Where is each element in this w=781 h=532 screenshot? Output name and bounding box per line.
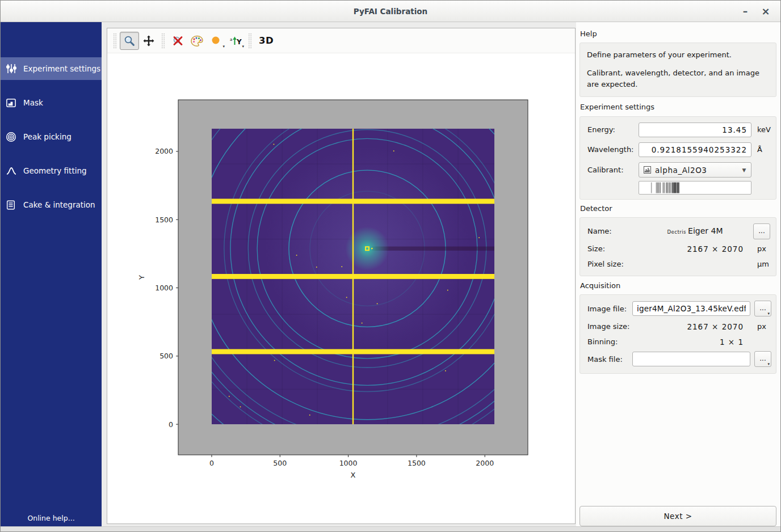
palette-icon xyxy=(190,35,204,47)
detector-model: Eiger 4M xyxy=(688,226,723,235)
clear-zoom-button[interactable] xyxy=(168,32,187,50)
close-button[interactable]: × xyxy=(755,1,776,22)
detector-brand: Dectris xyxy=(667,229,686,235)
browse-label: ... xyxy=(759,304,766,312)
pan-tool-button[interactable] xyxy=(139,32,158,50)
help-line2: Calibrant, wavelength, detector, and an … xyxy=(587,67,770,90)
sidebar-item-mask[interactable]: Mask xyxy=(1,91,102,114)
svg-text:X: X xyxy=(351,471,356,479)
image-file-browse-button[interactable]: ... ▾ xyxy=(754,301,771,316)
acquisition-box: Image file: ... ▾ Image size: 2167 × 207… xyxy=(580,294,776,374)
y-axis-arrow-icon: a Y xyxy=(229,35,242,47)
energy-label: Energy: xyxy=(587,125,615,134)
svg-text:500: 500 xyxy=(159,352,173,360)
svg-text:Y: Y xyxy=(137,275,146,280)
sidebar: Experiment settings Mask Peak picking Ge… xyxy=(1,22,102,526)
calibrant-dropdown[interactable]: alpha_Al2O3 ▼ xyxy=(639,162,751,178)
image-size-unit: px xyxy=(757,322,766,331)
help-heading: Help xyxy=(580,29,597,38)
calibrant-label: Calibrant: xyxy=(587,166,624,174)
3d-label: 3D xyxy=(259,35,274,46)
mask-file-label: Mask file: xyxy=(587,355,623,364)
dropdown-caret-icon: ▼ xyxy=(742,167,746,173)
concentric-rings-icon xyxy=(6,131,18,142)
svg-text:1500: 1500 xyxy=(155,216,173,224)
detector-select-button[interactable]: ... xyxy=(753,223,770,239)
sidebar-item-label: Mask xyxy=(23,98,43,107)
help-box: Define parameters of your experiment. Ca… xyxy=(580,43,776,97)
binning-label: Binning: xyxy=(587,337,618,346)
image-file-input[interactable] xyxy=(632,301,750,316)
detector-size-unit: px xyxy=(757,244,766,253)
detector-name-label: Name: xyxy=(587,227,612,235)
pan-arrows-icon xyxy=(142,35,155,47)
image-size-value: 2167 × 2070 xyxy=(687,322,744,331)
dropdown-caret-icon: ▾ xyxy=(767,362,770,366)
svg-text:500: 500 xyxy=(273,459,287,467)
toolbar-drag-handle[interactable] xyxy=(161,33,165,49)
pixel-size-unit: µm xyxy=(757,260,769,268)
svg-text:Y: Y xyxy=(236,38,242,46)
mask-file-browse-button[interactable]: ... ▾ xyxy=(754,351,771,367)
3d-view-button[interactable]: 3D xyxy=(255,32,278,50)
svg-text:1000: 1000 xyxy=(155,284,173,292)
wavelength-label: Wavelength: xyxy=(587,145,634,154)
sidebar-item-cake-integration[interactable]: Cake & integration xyxy=(1,193,102,216)
plot-canvas[interactable]: 05001000150020000500100015002000XY xyxy=(107,54,575,523)
window-bottom-strip xyxy=(1,526,780,531)
settings-panel: Help Define parameters of your experimen… xyxy=(576,22,780,526)
orange-circle-icon xyxy=(210,35,222,47)
plot-panel: ▾ a Y ▾ 3D 05001000150020000500100015002… xyxy=(107,28,576,524)
minimize-button[interactable]: – xyxy=(735,1,755,22)
binning-value: 1 × 1 xyxy=(720,337,744,347)
sliders-icon xyxy=(6,63,18,74)
sidebar-item-label: Peak picking xyxy=(23,132,72,141)
magnifier-icon xyxy=(123,35,136,47)
svg-text:1000: 1000 xyxy=(339,459,358,467)
mask-icon xyxy=(6,97,18,108)
svg-text:1500: 1500 xyxy=(408,459,426,467)
browse-label: ... xyxy=(759,354,766,362)
help-line1: Define parameters of your experiment. xyxy=(587,49,770,61)
peak-curve-icon xyxy=(6,165,18,176)
dropdown-caret-icon: ▾ xyxy=(242,45,244,48)
clear-zoom-icon xyxy=(171,35,184,47)
mask-color-button[interactable]: ▾ xyxy=(207,32,226,50)
detector-image-plot[interactable]: 05001000150020000500100015002000XY xyxy=(107,54,575,523)
wavelength-input[interactable] xyxy=(639,142,751,157)
toolbar-drag-handle[interactable] xyxy=(113,33,117,49)
next-button[interactable]: Next > xyxy=(580,506,776,526)
mask-file-input[interactable] xyxy=(632,352,750,366)
titlebar: PyFAI Calibration – × xyxy=(1,1,780,22)
sidebar-item-label: Cake & integration xyxy=(23,200,95,209)
calibrant-barcode xyxy=(639,181,751,194)
sidebar-item-experiment-settings[interactable]: Experiment settings xyxy=(1,57,102,80)
image-size-label: Image size: xyxy=(587,322,629,331)
sidebar-item-label: Experiment settings xyxy=(23,64,100,73)
toolbar-drag-handle[interactable] xyxy=(248,33,252,49)
sidebar-item-label: Geometry fitting xyxy=(23,166,87,175)
calibrant-value: alpha_Al2O3 xyxy=(655,166,707,175)
colormap-button[interactable] xyxy=(187,32,207,50)
sidebar-item-peak-picking[interactable]: Peak picking xyxy=(1,125,102,148)
experiment-settings-box: Energy: keV Wavelength: Å Calibrant: alp… xyxy=(580,116,776,200)
energy-input[interactable] xyxy=(639,123,751,137)
svg-text:0: 0 xyxy=(169,420,173,429)
calibrant-rings-preview xyxy=(639,181,751,195)
zoom-tool-button[interactable] xyxy=(120,32,139,50)
dropdown-caret-icon: ▾ xyxy=(767,312,770,315)
svg-text:2000: 2000 xyxy=(155,147,173,155)
detector-heading: Detector xyxy=(580,204,612,213)
pixel-size-label: Pixel size: xyxy=(587,260,624,268)
plot-toolbar: ▾ a Y ▾ 3D xyxy=(107,28,575,53)
acquisition-heading: Acquisition xyxy=(580,281,620,290)
document-lines-icon xyxy=(6,199,18,210)
detector-name-value: DectrisEiger 4M xyxy=(639,226,751,235)
detector-box: Name: DectrisEiger 4M ... Size: 2167 × 2… xyxy=(580,217,776,276)
energy-unit: keV xyxy=(757,125,771,134)
histogram-icon xyxy=(644,166,651,174)
detector-size-label: Size: xyxy=(587,244,605,253)
y-axis-orientation-button[interactable]: a Y ▾ xyxy=(226,32,245,50)
sidebar-item-geometry-fitting[interactable]: Geometry fitting xyxy=(1,159,102,182)
online-help-link[interactable]: Online help... xyxy=(1,514,102,522)
